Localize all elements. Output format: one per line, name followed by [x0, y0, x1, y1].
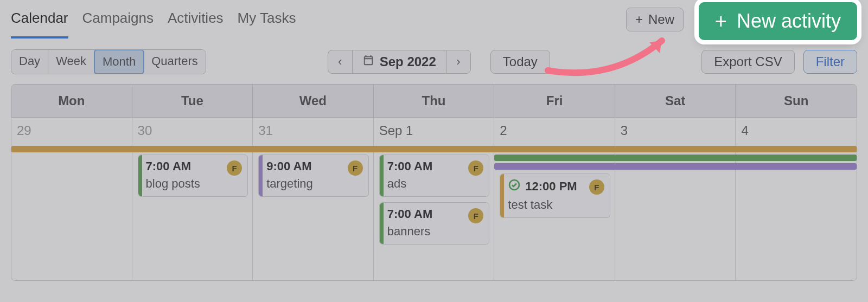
day-cell-sat[interactable]: 3: [615, 118, 736, 280]
tab-calendar-label: Calendar: [11, 10, 68, 26]
app-root: + New Calendar Campaigns Activities My T…: [0, 0, 868, 302]
date-label: 4: [741, 123, 852, 138]
date-label: 30: [138, 123, 248, 138]
today-button-label: Today: [503, 54, 538, 69]
new-activity-button[interactable]: + New activity: [699, 2, 857, 40]
event-card-banners[interactable]: F 7:00 AM banners: [379, 202, 490, 245]
weekday-header-row: Mon Tue Wed Thu Fri Sat Sun: [11, 85, 857, 118]
month-navigator: ‹ Sep 2022 ›: [328, 50, 471, 74]
range-day-label: Day: [19, 54, 40, 68]
event-stripe: [380, 155, 384, 196]
range-month-label: Month: [103, 55, 136, 68]
avatar: F: [589, 179, 604, 195]
new-dropdown-label: New: [648, 12, 674, 27]
tab-my-tasks-label: My Tasks: [238, 10, 296, 26]
range-quarters[interactable]: Quarters: [144, 50, 206, 74]
tab-activities-label: Activities: [168, 10, 224, 26]
weekday-sat: Sat: [615, 85, 736, 117]
tab-activities[interactable]: Activities: [168, 7, 224, 38]
month-label-text: Sep 2022: [380, 54, 436, 69]
range-week[interactable]: Week: [48, 50, 94, 74]
new-activity-label: New activity: [737, 10, 841, 33]
filter-button-label: Filter: [816, 54, 845, 69]
tab-campaigns-label: Campaigns: [82, 10, 154, 26]
avatar: F: [348, 160, 363, 176]
avatar: F: [227, 160, 242, 176]
range-day[interactable]: Day: [11, 50, 48, 74]
range-button-group: Day Week Month Quarters: [11, 49, 206, 74]
new-dropdown-button[interactable]: + New: [626, 8, 684, 31]
export-csv-label: Export CSV: [714, 54, 782, 69]
date-label: Sep 1: [379, 123, 490, 138]
date-label: 31: [258, 123, 369, 138]
tab-calendar[interactable]: Calendar: [11, 7, 68, 38]
tab-my-tasks[interactable]: My Tasks: [238, 7, 296, 38]
calendar-grid: Mon Tue Wed Thu Fri Sat Sun 29 30: [11, 84, 857, 281]
weekday-sun: Sun: [736, 85, 857, 117]
day-cell-wed[interactable]: 31 F 9:00 AM targeting: [253, 118, 374, 280]
event-card-test-task[interactable]: F 12:00 PM test task: [500, 174, 610, 218]
event-time-text: 12:00 PM: [525, 179, 577, 194]
event-stripe: [138, 155, 142, 196]
today-button[interactable]: Today: [490, 50, 550, 74]
chevron-left-icon: ‹: [338, 55, 342, 69]
plus-icon: +: [635, 12, 643, 27]
plus-icon: +: [715, 11, 727, 31]
prev-month-button[interactable]: ‹: [328, 50, 353, 74]
day-cell-mon[interactable]: 29: [11, 118, 132, 280]
chevron-right-icon: ›: [456, 55, 460, 69]
span-bar-purple[interactable]: [494, 163, 857, 170]
filter-button[interactable]: Filter: [803, 50, 857, 74]
event-title: blog posts: [146, 177, 242, 191]
range-month[interactable]: Month: [94, 49, 144, 74]
day-cell-thu[interactable]: Sep 1 F 7:00 AM ads F 7:00 AM banners: [374, 118, 495, 280]
toolbar: Day Week Month Quarters ‹ Sep 2022 › Tod…: [0, 38, 868, 84]
span-bar-orange[interactable]: [11, 146, 857, 152]
date-label: 2: [500, 123, 610, 138]
event-title: targeting: [266, 177, 363, 191]
month-label-button[interactable]: Sep 2022: [353, 50, 446, 74]
span-bar-green[interactable]: [494, 155, 857, 161]
day-cell-tue[interactable]: 30 F 7:00 AM blog posts: [132, 118, 253, 280]
event-stripe: [259, 155, 263, 196]
weekday-wed: Wed: [253, 85, 374, 117]
right-controls: Export CSV Filter: [701, 50, 857, 74]
calendar-icon: [362, 54, 374, 69]
event-stripe: [380, 203, 384, 244]
event-card-ads[interactable]: F 7:00 AM ads: [379, 155, 490, 197]
event-title: test task: [508, 198, 604, 212]
week-row: 29 30 F 7:00 AM blog posts 31 F: [11, 118, 857, 280]
range-quarters-label: Quarters: [151, 54, 198, 68]
day-cell-sun[interactable]: 4: [736, 118, 857, 280]
event-card-targeting[interactable]: F 9:00 AM targeting: [258, 155, 369, 197]
event-card-blog-posts[interactable]: F 7:00 AM blog posts: [138, 155, 248, 197]
date-label: 29: [17, 123, 127, 138]
event-title: ads: [387, 177, 484, 191]
day-cell-fri[interactable]: 2 F 12:00 PM test task: [494, 118, 615, 280]
check-circle-icon: [508, 178, 521, 195]
tab-campaigns[interactable]: Campaigns: [82, 7, 154, 38]
next-month-button[interactable]: ›: [446, 50, 471, 74]
export-csv-button[interactable]: Export CSV: [701, 50, 794, 74]
event-title: banners: [387, 224, 484, 239]
event-stripe: [500, 174, 504, 217]
date-label: 3: [621, 123, 731, 138]
range-week-label: Week: [56, 54, 86, 68]
weekday-thu: Thu: [374, 85, 495, 117]
weekday-mon: Mon: [11, 85, 132, 117]
weekday-tue: Tue: [132, 85, 253, 117]
weekday-fri: Fri: [494, 85, 615, 117]
